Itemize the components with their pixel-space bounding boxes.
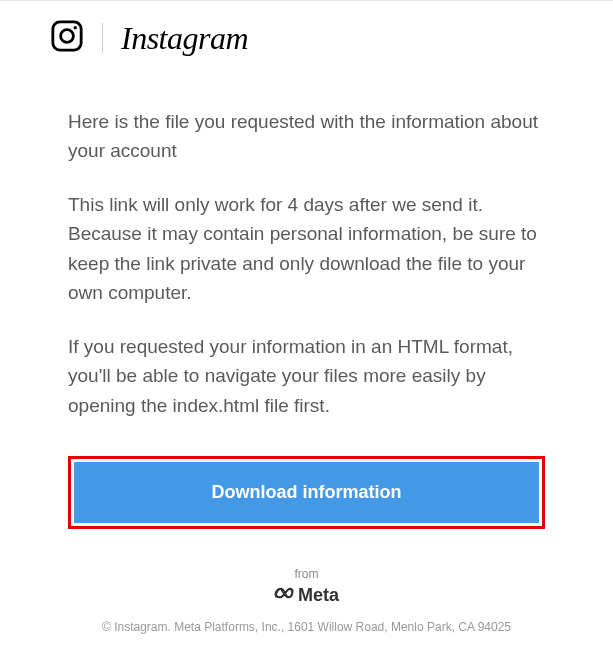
- instagram-wordmark: Instagram: [121, 20, 248, 57]
- header-divider: [102, 23, 103, 53]
- email-container: Instagram Here is the file you requested…: [0, 0, 613, 646]
- intro-text: Here is the file you requested with the …: [68, 107, 545, 166]
- meta-wordmark: Meta: [298, 585, 339, 606]
- svg-point-1: [61, 30, 74, 43]
- format-hint-text: If you requested your information in an …: [68, 332, 545, 420]
- svg-rect-0: [53, 22, 81, 50]
- footer: from Meta © Instagram. Meta Platforms, I…: [0, 557, 613, 646]
- meta-brand: Meta: [20, 585, 593, 606]
- header: Instagram: [0, 1, 613, 67]
- meta-icon: [274, 586, 294, 604]
- from-label: from: [20, 567, 593, 581]
- download-information-button[interactable]: Download information: [74, 462, 539, 523]
- download-button-highlight: Download information: [68, 456, 545, 529]
- warning-text: This link will only work for 4 days afte…: [68, 190, 545, 308]
- svg-point-2: [74, 26, 77, 29]
- content-area: Here is the file you requested with the …: [0, 67, 613, 557]
- copyright-text: © Instagram. Meta Platforms, Inc., 1601 …: [20, 620, 593, 634]
- instagram-icon: [50, 19, 84, 57]
